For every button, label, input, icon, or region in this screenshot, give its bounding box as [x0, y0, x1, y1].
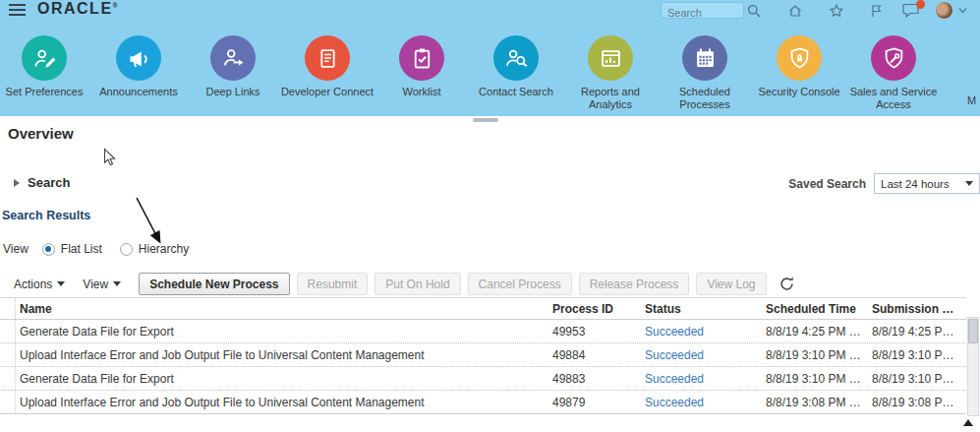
saved-search-select[interactable]: Last 24 hours: [874, 173, 980, 194]
process-name-cell: Upload Interface Error and Job Output Fi…: [16, 396, 552, 409]
top-bar: ORACLE®: [0, 0, 980, 22]
actions-menu-label: Actions: [14, 278, 52, 291]
cancel-process-button[interactable]: Cancel Process: [468, 273, 572, 295]
notifications-bell-icon[interactable]: [902, 3, 922, 19]
submission-time-cell: 8/8/19 3:10 PM UTC: [872, 372, 966, 386]
resubmit-button[interactable]: Resubmit: [297, 273, 369, 295]
radio-selected-icon: [42, 243, 55, 256]
process-name-cell: Generate Data File for Export: [16, 372, 552, 386]
registered-mark: ®: [113, 2, 118, 9]
calendar-icon: [682, 35, 727, 81]
status-link[interactable]: Succeeded: [645, 372, 704, 386]
panel-grip[interactable]: [473, 118, 498, 122]
flag-watchlist-icon[interactable]: [869, 3, 885, 19]
status-cell: Succeeded: [645, 348, 766, 362]
report-icon: [588, 35, 633, 81]
radio-hierarchy[interactable]: Hierarchy: [120, 242, 189, 256]
view-menu-label: View: [83, 278, 108, 291]
status-link[interactable]: Succeeded: [645, 348, 704, 362]
shield-wrench-icon: [871, 35, 916, 81]
springboard-item-scheduled-processes[interactable]: Scheduled Processes: [658, 22, 752, 116]
springboard-item-label: Sales and Service Access: [839, 86, 948, 111]
row-selector-cell[interactable]: [0, 343, 16, 366]
springboard-item-label: Developer Connect: [273, 86, 381, 98]
springboard-item-label: Contact Search: [462, 86, 570, 98]
springboard-item-deep-links[interactable]: Deep Links: [186, 22, 280, 116]
favorites-star-icon[interactable]: [829, 3, 844, 19]
column-header-name[interactable]: Name: [16, 302, 552, 316]
springboard-item-partial[interactable]: M: [967, 94, 976, 106]
radio-unselected-icon: [120, 243, 133, 256]
person-search-icon: [493, 35, 539, 81]
process-id-cell: 49883: [552, 372, 645, 386]
springboard-item-security-console[interactable]: Security Console: [752, 22, 846, 116]
row-selector-cell[interactable]: [0, 367, 16, 390]
springboard-item-announcements[interactable]: Announcements: [91, 22, 186, 116]
page-title: Overview: [8, 125, 74, 142]
oracle-logo: ORACLE®: [37, 0, 118, 18]
user-avatar[interactable]: [935, 1, 953, 20]
process-id-cell: 49879: [552, 396, 645, 409]
selector-column-header: [0, 298, 16, 319]
view-menu[interactable]: View: [83, 278, 121, 291]
springboard-item-contact-search[interactable]: Contact Search: [469, 22, 563, 116]
scrollbar-thumb[interactable]: [968, 319, 978, 343]
status-link[interactable]: Succeeded: [645, 325, 704, 339]
springboard-item-set-preferences[interactable]: Set Preferences: [0, 22, 91, 116]
submission-time-cell: 8/8/19 3:10 PM UTC: [872, 348, 966, 362]
put-on-hold-button[interactable]: Put On Hold: [375, 273, 460, 295]
vertical-scrollbar[interactable]: [967, 317, 979, 416]
table-row[interactable]: Upload Interface Error and Job Output Fi…: [0, 343, 966, 367]
search-section-expander[interactable]: Search: [14, 175, 70, 190]
radio-hierarchy-label: Hierarchy: [139, 242, 189, 256]
springboard-item-reports-and-analytics[interactable]: Reports and Analytics: [563, 22, 658, 116]
scheduled-time-cell: 8/8/19 3:10 PM UTC: [766, 372, 872, 386]
actions-menu[interactable]: Actions: [14, 278, 65, 291]
status-cell: Succeeded: [645, 396, 766, 409]
column-header-scheduled-time[interactable]: Scheduled Time: [766, 302, 872, 316]
schedule-new-process-button[interactable]: Schedule New Process: [139, 273, 289, 295]
springboard-item-label: Deep Links: [179, 86, 287, 98]
search-section-label: Search: [28, 175, 70, 190]
column-header-process-id[interactable]: Process ID: [552, 302, 645, 316]
springboard-item-label: Security Console: [745, 86, 853, 98]
home-icon[interactable]: [787, 3, 803, 19]
springboard-item-label: Set Preferences: [0, 86, 98, 98]
scroll-corner-arrow-icon[interactable]: [963, 419, 973, 426]
springboard-item-sales-and-service-access[interactable]: Sales and Service Access: [846, 22, 941, 116]
status-link[interactable]: Succeeded: [645, 396, 704, 409]
avatar-chevron-down-icon[interactable]: [958, 7, 967, 14]
view-label: View: [3, 242, 29, 256]
table-row[interactable]: Generate Data File for Export49883Succee…: [0, 367, 966, 391]
springboard-item-worklist[interactable]: Worklist: [375, 22, 469, 116]
row-selector-cell[interactable]: [0, 391, 16, 413]
search-results-title: Search Results: [2, 209, 90, 222]
column-header-status[interactable]: Status: [645, 302, 766, 316]
table-toolbar: Actions View Schedule New Process Resubm…: [14, 273, 795, 295]
submission-time-cell: 8/8/19 3:08 PM UTC: [872, 396, 966, 409]
search-icon[interactable]: [746, 3, 762, 19]
table-row[interactable]: Generate Data File for Export49953Succee…: [0, 320, 966, 343]
saved-search-label: Saved Search: [788, 177, 866, 191]
column-header-submission-time[interactable]: Submission Time: [872, 302, 966, 316]
release-process-button[interactable]: Release Process: [579, 273, 690, 295]
scheduled-time-cell: 8/8/19 4:25 PM UTC: [766, 325, 872, 339]
radio-flat-list[interactable]: Flat List: [42, 242, 102, 256]
status-cell: Succeeded: [645, 325, 766, 339]
global-search-input[interactable]: [662, 6, 743, 21]
global-search-box[interactable]: [661, 2, 744, 19]
table-body: Generate Data File for Export49953Succee…: [0, 320, 966, 414]
row-selector-cell[interactable]: [0, 320, 16, 342]
hamburger-menu-icon[interactable]: [9, 4, 26, 17]
document-icon: [305, 35, 350, 81]
springboard-item-developer-connect[interactable]: Developer Connect: [280, 22, 375, 116]
springboard-item-label: Announcements: [85, 86, 193, 98]
view-log-button[interactable]: View Log: [696, 273, 766, 295]
table-row[interactable]: Upload Interface Error and Job Output Fi…: [0, 391, 966, 414]
status-cell: Succeeded: [645, 372, 766, 386]
person-edit-icon: [22, 35, 67, 81]
process-name-cell: Upload Interface Error and Job Output Fi…: [16, 348, 552, 362]
saved-search-value: Last 24 hours: [881, 178, 950, 190]
submission-time-cell: 8/8/19 4:25 PM UTC: [872, 325, 966, 339]
refresh-icon[interactable]: [778, 276, 795, 292]
